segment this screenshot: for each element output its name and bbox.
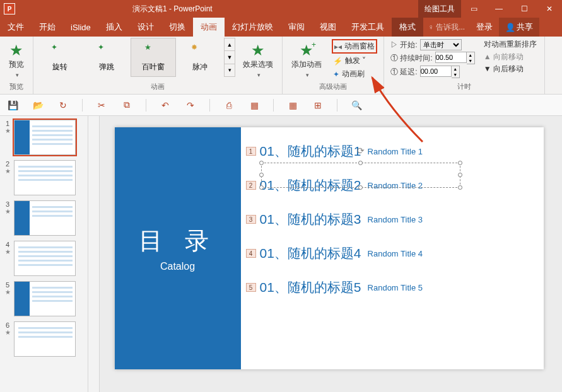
- thumbnail-3[interactable]: 3★: [3, 200, 85, 236]
- tab-home[interactable]: 开始: [32, 18, 63, 37]
- effect-options-label: 效果选项: [243, 59, 273, 70]
- ribbon-tabs: 文件 开始 iSlide 插入 设计 切换 动画 幻灯片放映 审阅 视图 开发工…: [0, 18, 562, 37]
- slide-thumbnails: 1★ 2★ 3★ 4★ 5★ 6★: [0, 116, 88, 392]
- thumbnail-5[interactable]: 5★: [3, 281, 85, 316]
- context-tool-label: 绘图工具: [418, 0, 461, 18]
- advanced-animation-buttons: ▸◂动画窗格 ⚡触发 ˅ ✦动画刷: [329, 38, 380, 81]
- tab-view[interactable]: 视图: [312, 18, 344, 37]
- rotate-handle-icon[interactable]: ⟳: [357, 146, 365, 156]
- delay-spinner[interactable]: ▲▼: [420, 66, 460, 78]
- thumb-number: 5: [3, 281, 13, 289]
- login-button[interactable]: 登录: [470, 18, 499, 37]
- anim-blinds[interactable]: ★百叶窗: [131, 38, 176, 77]
- resize-handle[interactable]: [458, 173, 462, 177]
- ribbon-options-icon[interactable]: ▭: [461, 0, 486, 18]
- redo-icon[interactable]: ↷: [184, 99, 197, 112]
- tab-insert[interactable]: 插入: [98, 18, 130, 37]
- list-item[interactable]: 3 01、随机的标题3 Random Title 3: [260, 210, 525, 228]
- duration-spinner[interactable]: ▲▼: [435, 52, 475, 64]
- gallery-down[interactable]: ▼: [225, 51, 235, 64]
- thumb-number: 6: [3, 321, 13, 329]
- bounce-icon: ✦: [98, 43, 115, 61]
- tab-animations[interactable]: 动画: [193, 18, 225, 37]
- tab-transitions[interactable]: 切换: [161, 18, 193, 37]
- share-button[interactable]: 👤共享: [499, 18, 539, 37]
- resize-handle[interactable]: [358, 161, 363, 165]
- open-icon[interactable]: 📂: [32, 99, 44, 112]
- anim-tag: 2: [246, 181, 256, 190]
- anim-label: 旋转: [52, 62, 67, 72]
- copy-icon[interactable]: ⧉: [120, 99, 133, 112]
- add-animation-button[interactable]: ★+ 添加动画: [286, 38, 327, 82]
- grid-icon[interactable]: ⊞: [312, 99, 324, 112]
- resize-handle[interactable]: [259, 161, 264, 165]
- save-icon[interactable]: 💾: [6, 99, 19, 112]
- move-later-button[interactable]: ▼ 向后移动: [484, 63, 537, 75]
- thumbnail-4[interactable]: 4★: [3, 241, 85, 276]
- resize-handle[interactable]: [458, 161, 462, 165]
- tab-developer[interactable]: 开发工具: [344, 18, 392, 37]
- tell-me[interactable]: ♀ 告诉我...: [423, 18, 470, 37]
- resize-handle[interactable]: [259, 185, 264, 190]
- maximize-button[interactable]: ☐: [512, 0, 537, 18]
- start-select[interactable]: 单击时: [420, 39, 462, 50]
- list-item[interactable]: 1 01、随机的标题1 Random Title 1: [260, 142, 525, 160]
- zoom-icon[interactable]: 🔍: [350, 99, 363, 112]
- table-icon[interactable]: ▦: [286, 99, 299, 112]
- delay-label: ① 延迟:: [390, 67, 418, 78]
- anim-tag: 3: [246, 215, 256, 224]
- move-earlier-button[interactable]: ▲ 向前移动: [484, 51, 537, 63]
- gallery-up[interactable]: ▲: [225, 38, 235, 51]
- preview-icon[interactable]: ▦: [248, 99, 261, 112]
- list-item[interactable]: 4 01、随机的标题4 Random Title 4: [260, 245, 525, 262]
- resize-handle[interactable]: [458, 185, 462, 190]
- anim-spin[interactable]: ✦旋转: [37, 38, 83, 77]
- anim-label: 脉冲: [192, 62, 208, 72]
- anim-star-icon: ★: [3, 168, 13, 175]
- close-button[interactable]: ✕: [537, 0, 562, 18]
- pulse-icon: ✸: [191, 43, 209, 61]
- spin-up[interactable]: ▲: [452, 66, 459, 72]
- tab-design[interactable]: 设计: [130, 18, 161, 37]
- cut-icon[interactable]: ✂: [95, 99, 108, 112]
- refresh-icon[interactable]: ↻: [57, 99, 69, 112]
- tab-review[interactable]: 审阅: [281, 18, 312, 37]
- undo-icon[interactable]: ↶: [159, 99, 172, 112]
- delay-input[interactable]: [420, 66, 452, 77]
- thumbnail-1[interactable]: 1★: [3, 120, 85, 155]
- chevron-down-icon: [305, 70, 309, 79]
- print-icon[interactable]: ⎙: [223, 99, 235, 112]
- spin-up[interactable]: ▲: [467, 52, 474, 58]
- gallery-more[interactable]: ▾: [225, 64, 235, 76]
- duration-input[interactable]: [435, 52, 467, 63]
- quick-access-toolbar: 💾 📂 ↻ ✂ ⧉ ↶ ↷ ⎙ ▦ ▦ ⊞ 🔍: [0, 95, 562, 116]
- resize-handle[interactable]: [358, 185, 363, 190]
- anim-star-icon: ★: [3, 329, 13, 336]
- preview-button[interactable]: ★ 预览: [4, 38, 29, 82]
- slide-canvas[interactable]: 目 录 Catalog 1 01、随机的标题1 Random Title 1 2…: [115, 127, 544, 369]
- effect-options-button[interactable]: ★ 效果选项: [238, 38, 278, 82]
- tab-slideshow[interactable]: 幻灯片放映: [225, 18, 281, 37]
- item-en: Random Title 1: [368, 147, 423, 156]
- anim-pulse[interactable]: ✸脉冲: [177, 38, 223, 77]
- minimize-button[interactable]: —: [486, 0, 512, 18]
- app-icon: P: [4, 3, 15, 14]
- trigger-button[interactable]: ⚡触发 ˅: [332, 55, 377, 67]
- resize-handle[interactable]: [259, 173, 264, 177]
- anim-tag: 5: [246, 283, 256, 292]
- anim-bounce[interactable]: ✦弹跳: [84, 38, 129, 77]
- list-item[interactable]: 5 01、随机的标题5 Random Title 5: [260, 279, 525, 296]
- tab-file[interactable]: 文件: [0, 18, 32, 37]
- thumbnail-2[interactable]: 2★: [3, 160, 85, 195]
- spin-down[interactable]: ▼: [452, 72, 459, 78]
- title-bar: P 演示文稿1 - PowerPoint 绘图工具 ▭ — ☐ ✕: [0, 0, 562, 18]
- animation-painter-button[interactable]: ✦动画刷: [332, 68, 377, 80]
- selection-box[interactable]: ⟳: [261, 163, 460, 188]
- tab-islide[interactable]: iSlide: [63, 18, 98, 37]
- thumbnail-6[interactable]: 6★: [3, 321, 85, 357]
- tab-format[interactable]: 格式: [392, 18, 423, 37]
- animation-pane-button[interactable]: ▸◂动画窗格: [332, 39, 377, 54]
- vertical-ruler: [88, 116, 100, 392]
- spin-down[interactable]: ▼: [467, 58, 474, 64]
- thumb-number: 1: [3, 120, 13, 127]
